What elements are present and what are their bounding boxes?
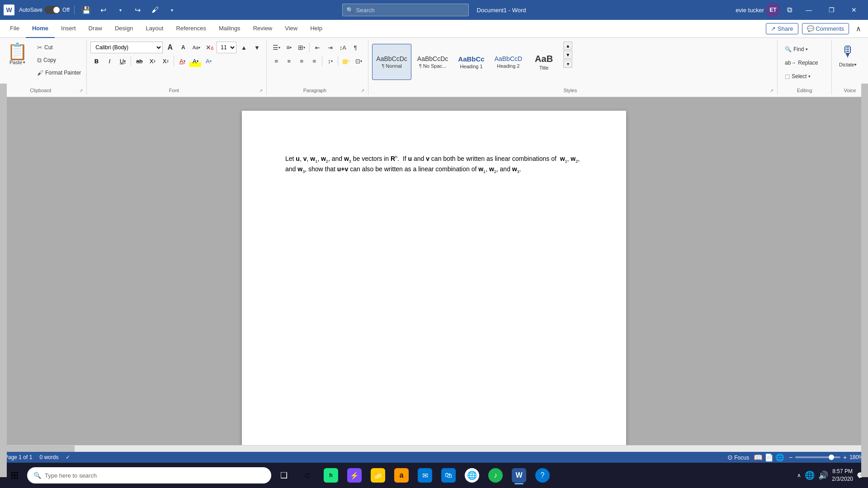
right-scrollbar[interactable]	[861, 97, 868, 445]
find-button[interactable]: 🔍 Find ▾	[783, 43, 820, 55]
numbered-list-button[interactable]: ≡▾	[283, 42, 295, 53]
tab-review[interactable]: Review	[247, 20, 279, 38]
dictate-label[interactable]: Dictate ▾	[839, 62, 857, 67]
font-grow-button[interactable]: A	[164, 42, 176, 53]
increase-indent-button[interactable]: ⇥	[324, 42, 336, 53]
bold-button[interactable]: B	[90, 55, 102, 67]
start-button[interactable]: ⊞	[4, 465, 25, 486]
font-size-grow-button[interactable]: ▲	[238, 42, 250, 53]
network-icon[interactable]: 🌐	[805, 470, 815, 480]
taskbar-app-word[interactable]: W	[508, 465, 530, 486]
styles-scroll-down[interactable]: ▼	[563, 51, 572, 59]
font-size-select[interactable]: 11	[217, 42, 236, 53]
zoom-slider[interactable]	[795, 456, 840, 458]
decrease-indent-button[interactable]: ⇤	[311, 42, 323, 53]
taskbar-app-help[interactable]: ?	[532, 465, 553, 486]
sort-button[interactable]: ↕A	[337, 42, 349, 53]
styles-expand-icon[interactable]: ↗	[770, 88, 774, 93]
line-spacing-button[interactable]: ↕▾	[324, 55, 336, 67]
quick-access-dropdown[interactable]: ▾	[165, 3, 179, 17]
taskbar-app-hulu[interactable]: h	[320, 465, 342, 486]
strikethrough-button[interactable]: ab	[133, 55, 145, 67]
tab-draw[interactable]: Draw	[82, 20, 108, 38]
taskbar-time[interactable]: 8:57 PM 2/3/2020	[832, 468, 853, 483]
font-expand-icon[interactable]: ↗	[259, 88, 263, 93]
clipboard-expand-icon[interactable]: ↗	[79, 88, 83, 93]
styles-scroll-up[interactable]: ▲	[563, 42, 572, 50]
undo-button[interactable]: ↩	[96, 3, 111, 17]
tab-layout[interactable]: Layout	[139, 20, 170, 38]
print-layout-button[interactable]: 📄	[764, 453, 774, 462]
styles-expand[interactable]: ▾	[563, 60, 572, 68]
select-button[interactable]: ⬚ Select ▾	[783, 70, 820, 82]
save-button[interactable]: 💾	[79, 3, 94, 17]
horizontal-scrollbar[interactable]: ◄ ►	[0, 445, 868, 452]
show-formatting-button[interactable]: ¶	[349, 42, 361, 53]
justify-button[interactable]: ≡	[308, 55, 320, 67]
style-no-spacing[interactable]: AaBbCcDc ¶ No Spac...	[413, 44, 452, 80]
tab-references[interactable]: References	[170, 20, 212, 38]
replace-button[interactable]: ab→ Replace	[783, 57, 820, 69]
align-center-button[interactable]: ≡	[283, 55, 295, 67]
tab-mailings[interactable]: Mailings	[212, 20, 247, 38]
user-avatar[interactable]: ET	[766, 3, 780, 17]
zoom-out-button[interactable]: −	[789, 454, 793, 461]
tab-insert[interactable]: Insert	[55, 20, 82, 38]
format-button[interactable]: 🖌	[148, 3, 162, 17]
paste-button[interactable]: 📋 Paste▾	[4, 42, 31, 67]
restore-down-button[interactable]: ⧉	[782, 3, 797, 17]
multilevel-list-button[interactable]: ⊞▾	[296, 42, 307, 53]
taskbar-app-amazon[interactable]: a	[391, 465, 412, 486]
comments-button[interactable]: 💬 Comments	[802, 23, 849, 34]
border-button[interactable]: ⊡▾	[353, 55, 364, 67]
focus-button[interactable]: ⊙ Focus	[727, 454, 749, 461]
tab-design[interactable]: Design	[108, 20, 139, 38]
style-title[interactable]: AaB Title	[528, 44, 560, 80]
title-search-bar[interactable]: 🔍 Search	[342, 4, 469, 16]
cut-button[interactable]: ✂ Cut	[35, 42, 83, 53]
taskbar-app-store[interactable]: 🛍	[438, 465, 459, 486]
text-effects-button[interactable]: A ▾	[203, 55, 214, 67]
autosave-switch[interactable]	[44, 6, 61, 14]
shading-button[interactable]: ▩▾	[340, 55, 352, 67]
taskbar-app-spotify[interactable]: ♪	[485, 465, 506, 486]
underline-button[interactable]: U ▾	[117, 55, 128, 67]
paragraph-expand-icon[interactable]: ↗	[361, 88, 364, 93]
taskbar-search[interactable]: 🔍 Type here to search	[27, 467, 271, 483]
left-scrollbar[interactable]	[0, 97, 7, 445]
tab-home[interactable]: Home	[26, 20, 55, 38]
clear-format-button[interactable]: ✕A	[203, 42, 215, 53]
superscript-button[interactable]: X2	[160, 55, 171, 67]
taskbar-app-cortana[interactable]: ○	[297, 465, 318, 486]
bullet-list-button[interactable]: ☰▾	[270, 42, 282, 53]
undo-dropdown-button[interactable]: ▾	[113, 3, 128, 17]
align-right-button[interactable]: ≡	[296, 55, 307, 67]
align-left-button[interactable]: ≡	[270, 55, 282, 67]
style-heading2[interactable]: AaBbCcD Heading 2	[491, 44, 526, 80]
subscript-button[interactable]: X2	[146, 55, 158, 67]
share-button[interactable]: ↗ Share	[766, 23, 798, 34]
redo-button[interactable]: ↪	[131, 3, 145, 17]
restore-button[interactable]: ❐	[821, 0, 842, 20]
autosave-toggle[interactable]: AutoSave Off	[19, 6, 70, 14]
format-painter-button[interactable]: 🖌 Format Painter	[35, 67, 83, 79]
minimize-button[interactable]: —	[798, 0, 819, 20]
tab-help[interactable]: Help	[304, 20, 329, 38]
font-color-button[interactable]: A ▾	[176, 55, 188, 67]
zoom-in-button[interactable]: +	[843, 454, 847, 461]
h-scroll-track[interactable]	[7, 446, 861, 452]
change-case-button[interactable]: Aa▾	[190, 42, 202, 53]
italic-button[interactable]: I	[104, 55, 115, 67]
style-normal[interactable]: AaBbCcDc ¶ Normal	[372, 44, 411, 80]
taskbar-app-mail[interactable]: ✉	[414, 465, 436, 486]
taskbar-app-vscode[interactable]: ⚡	[344, 465, 365, 486]
copy-button[interactable]: ⧉ Copy	[35, 54, 83, 66]
tab-view[interactable]: View	[278, 20, 304, 38]
close-button[interactable]: ✕	[844, 0, 864, 20]
volume-icon[interactable]: 🔊	[818, 470, 828, 480]
font-size-shrink-button[interactable]: ▼	[251, 42, 263, 53]
task-view-button[interactable]: ❑	[273, 465, 295, 486]
taskbar-app-chrome[interactable]: 🌐	[461, 465, 483, 486]
h-scroll-thumb[interactable]	[7, 446, 75, 452]
read-view-button[interactable]: 📖	[754, 453, 763, 462]
